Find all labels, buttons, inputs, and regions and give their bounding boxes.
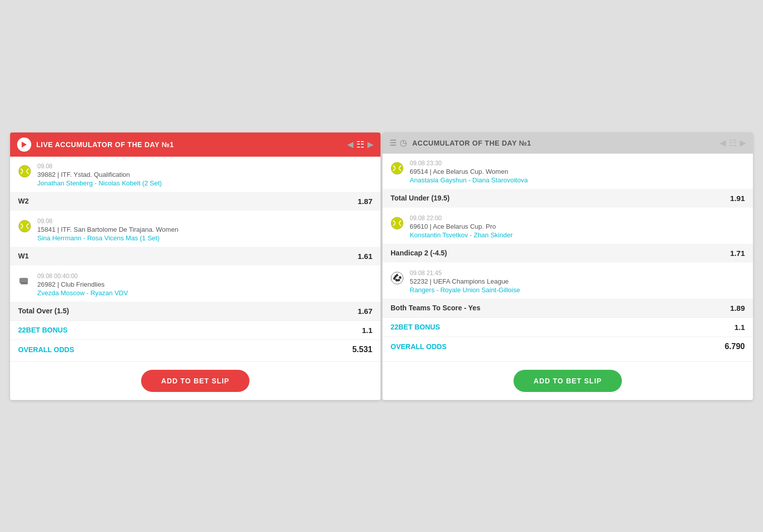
- left-match-2-league: 15841 | ITF. San Bartolome De Tirajana. …: [37, 226, 372, 233]
- right-bet-odds-1: 1.91: [730, 194, 745, 203]
- left-match-3-league: 26982 | Club Friendlies: [37, 281, 372, 288]
- soccer-icon: [391, 272, 405, 286]
- left-match-2-date: 09.08: [37, 218, 372, 225]
- right-bet-odds-3: 1.89: [730, 304, 745, 312]
- left-bonus-label: 22BET BONUS: [18, 326, 68, 334]
- right-match-3-date: 09.08 21:45: [410, 270, 745, 277]
- tennis-icon-1: [18, 165, 32, 179]
- left-match-3-teams: Zvezda Moscow - Ryazan VDV: [37, 289, 372, 297]
- right-tennis-icon-2: [391, 217, 405, 231]
- left-bet-row-1: W2 1.87: [10, 192, 380, 211]
- right-body: 09.08 23:30 69514 | Ace Belarus Cup. Wom…: [383, 154, 753, 361]
- right-header: ☰ ◷ ACCUMULATOR OF THE DAY №1 ◀ ☷ ▶: [383, 132, 753, 154]
- list-icon[interactable]: ☷: [356, 139, 364, 150]
- right-bet-label-1: Total Under (19.5): [391, 194, 450, 202]
- left-match-2: 09.08 15841 | ITF. San Bartolome De Tira…: [10, 212, 380, 242]
- right-header-icons: ◀ ☷ ▶: [720, 138, 746, 149]
- left-overall-odds: 5.531: [352, 345, 372, 354]
- svg-point-1: [19, 165, 31, 177]
- left-match-3-info: 09.08 00:40:00 26982 | Club Friendlies Z…: [37, 273, 372, 297]
- hockey-icon: [18, 275, 32, 289]
- right-bet-label-2: Handicap 2 (-4.5): [391, 249, 447, 257]
- left-bet-row-2: W1 1.61: [10, 247, 380, 265]
- clock-icon: ◷: [400, 138, 407, 148]
- left-match-3: 09.08 00:40:00 26982 | Club Friendlies Z…: [10, 267, 380, 297]
- right-bet-row-2: Handicap 2 (-4.5) 1.71: [383, 244, 753, 262]
- right-add-to-betslip-button[interactable]: ADD TO BET SLIP: [514, 370, 622, 392]
- right-match-3-league: 52232 | UEFA Champions League: [410, 278, 745, 285]
- tennis-icon-2: [18, 220, 32, 234]
- left-match-1-date: 09.08: [37, 163, 372, 170]
- right-header-left-icons: ☰ ◷: [390, 138, 407, 148]
- right-footer: ADD TO BET SLIP: [383, 361, 753, 400]
- play-icon[interactable]: [17, 138, 31, 152]
- right-match-1: 09.08 23:30 69514 | Ace Belarus Cup. Wom…: [383, 154, 753, 184]
- left-bet-row-3: Total Over (1.5) 1.67: [10, 302, 380, 320]
- left-bet-label-3: Total Over (1.5): [18, 307, 69, 315]
- left-footer: ADD TO BET SLIP: [10, 361, 380, 400]
- left-bonus-odds: 1.1: [362, 326, 372, 335]
- right-bonus-row: 22BET BONUS 1.1: [383, 317, 753, 337]
- left-match-1-league: 39882 | ITF. Ystad. Qualification: [37, 171, 372, 178]
- left-header-icons: ◀ ☷ ▶: [347, 139, 373, 150]
- left-bet-odds-3: 1.67: [358, 307, 372, 315]
- right-match-1-teams: Anastasia Gayshun - Diana Starovoitova: [410, 176, 745, 184]
- left-match-2-teams: Sina Herrmann - Rosa Vicens Mas (1 Set): [37, 234, 372, 242]
- svg-rect-3: [20, 278, 28, 283]
- right-match-1-date: 09.08 23:30: [410, 160, 745, 167]
- right-match-3: 09.08 21:45 52232 | UEFA Champions Leagu…: [383, 263, 753, 294]
- right-match-2: 09.08 22:00 69610 | Ace Belarus Cup. Pro…: [383, 209, 753, 239]
- left-add-to-betslip-button[interactable]: ADD TO BET SLIP: [141, 370, 249, 392]
- right-overall-label: OVERALL ODDS: [391, 343, 447, 351]
- right-list-icon[interactable]: ☷: [729, 138, 737, 149]
- svg-marker-0: [22, 142, 27, 148]
- main-container: LIVE ACCUMULATOR OF THE DAY №1 ◀ ☷ ▶: [10, 132, 753, 400]
- left-match-1: 09.08 39882 | ITF. Ystad. Qualification …: [10, 157, 380, 187]
- right-bet-row-1: Total Under (19.5) 1.91: [383, 189, 753, 208]
- right-match-2-date: 09.08 22:00: [410, 215, 745, 222]
- right-match-2-info: 09.08 22:00 69610 | Ace Belarus Cup. Pro…: [410, 215, 745, 239]
- left-bet-label-2: W1: [18, 252, 29, 260]
- left-overall-label: OVERALL ODDS: [18, 346, 74, 354]
- right-prev-arrow[interactable]: ◀: [720, 138, 726, 148]
- svg-point-7: [391, 217, 403, 229]
- right-match-2-teams: Konstantin Tsvetkov - Zhan Skinder: [410, 231, 745, 239]
- right-tennis-icon-1: [391, 162, 405, 176]
- right-header-title: ACCUMULATOR OF THE DAY №1: [412, 139, 715, 147]
- left-match-1-teams: Jonathan Stenberg - Nicolas Kobelt (2 Se…: [37, 179, 372, 187]
- left-header-title: LIVE ACCUMULATOR OF THE DAY №1: [36, 141, 342, 149]
- left-header: LIVE ACCUMULATOR OF THE DAY №1 ◀ ☷ ▶: [10, 132, 380, 157]
- right-match-1-info: 09.08 23:30 69514 | Ace Belarus Cup. Wom…: [410, 160, 745, 184]
- left-bonus-row: 22BET BONUS 1.1: [10, 320, 380, 340]
- left-prev-arrow[interactable]: ◀: [347, 140, 353, 149]
- right-card: ☰ ◷ ACCUMULATOR OF THE DAY №1 ◀ ☷ ▶: [383, 132, 753, 400]
- lines-icon: ☰: [390, 138, 397, 148]
- left-body: 09.08 39882 | ITF. Ystad. Qualification …: [10, 157, 380, 361]
- right-match-1-league: 69514 | Ace Belarus Cup. Women: [410, 168, 745, 175]
- right-bet-row-3: Both Teams To Score - Yes 1.89: [383, 299, 753, 317]
- left-match-2-info: 09.08 15841 | ITF. San Bartolome De Tira…: [37, 218, 372, 242]
- right-bonus-label: 22BET BONUS: [391, 323, 440, 331]
- right-overall-row: OVERALL ODDS 6.790: [383, 337, 753, 358]
- right-overall-odds: 6.790: [725, 342, 745, 351]
- right-bet-label-3: Both Teams To Score - Yes: [391, 304, 480, 312]
- right-next-arrow[interactable]: ▶: [740, 138, 746, 148]
- left-bet-label-1: W2: [18, 197, 29, 205]
- left-match-1-info: 09.08 39882 | ITF. Ystad. Qualification …: [37, 163, 372, 187]
- left-next-arrow[interactable]: ▶: [367, 140, 373, 149]
- svg-point-2: [19, 220, 31, 232]
- left-card: LIVE ACCUMULATOR OF THE DAY №1 ◀ ☷ ▶: [10, 132, 380, 400]
- left-bet-odds-2: 1.61: [358, 252, 372, 260]
- right-bet-odds-2: 1.71: [730, 249, 745, 257]
- right-match-3-teams: Rangers - Royale Union Saint-Gilloise: [410, 286, 745, 294]
- right-bonus-odds: 1.1: [734, 323, 745, 331]
- right-match-2-league: 69610 | Ace Belarus Cup. Pro: [410, 223, 745, 230]
- left-match-3-date: 09.08 00:40:00: [37, 273, 372, 280]
- right-match-3-info: 09.08 21:45 52232 | UEFA Champions Leagu…: [410, 270, 745, 294]
- svg-point-6: [391, 162, 403, 174]
- left-overall-row: OVERALL ODDS 5.531: [10, 340, 380, 361]
- left-bet-odds-1: 1.87: [358, 197, 372, 206]
